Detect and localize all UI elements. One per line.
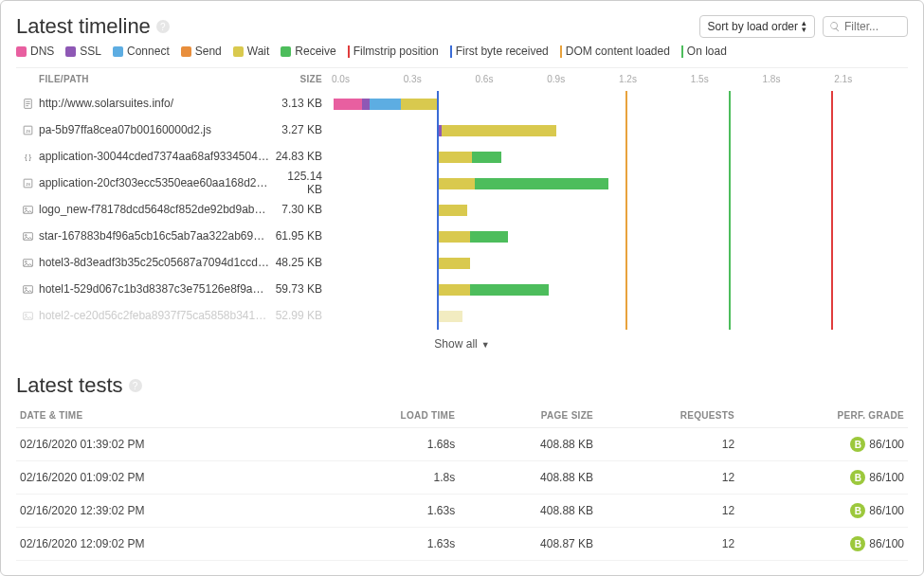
send-swatch bbox=[181, 46, 191, 57]
waterfall-bar[interactable] bbox=[439, 152, 501, 163]
grade-badge: B bbox=[850, 470, 865, 485]
svg-point-11 bbox=[25, 261, 27, 263]
wait-segment bbox=[401, 99, 437, 110]
img-icon bbox=[20, 282, 35, 296]
sort-label: Sort by load order bbox=[708, 20, 798, 33]
file-header[interactable]: FILE/PATH bbox=[20, 74, 269, 84]
legend-label: On load bbox=[687, 45, 727, 58]
file-path: application-30044cded7374aa68af9334504e6… bbox=[39, 150, 269, 163]
time-tick: 0.3s bbox=[404, 74, 422, 84]
col-size[interactable]: PAGE SIZE bbox=[459, 404, 597, 428]
timeline-row[interactable]: { }application-30044cded7374aa68af933450… bbox=[16, 143, 334, 170]
test-row[interactable]: 02/16/2020 01:09:02 PM1.8s408.88 KB12B86… bbox=[16, 461, 908, 495]
help-icon[interactable]: ? bbox=[129, 379, 142, 392]
svg-text:{ }: { } bbox=[24, 153, 31, 161]
test-row[interactable]: 02/16/2020 01:39:02 PM1.68s408.88 KB12B8… bbox=[16, 428, 908, 461]
col-date[interactable]: DATE & TIME bbox=[16, 404, 317, 428]
show-all-button[interactable]: Show all▼ bbox=[16, 330, 908, 356]
onload-marker-icon bbox=[681, 45, 683, 58]
svg-text:JS: JS bbox=[25, 129, 29, 134]
col-grade[interactable]: PERF. GRADE bbox=[738, 404, 908, 428]
waterfall-row bbox=[334, 250, 908, 277]
test-load: 1.63s bbox=[317, 495, 460, 528]
timeline-row[interactable]: JSpa-5b97ffa8cea07b00160000d2.js3.27 KB bbox=[16, 117, 334, 143]
time-tick: 1.5s bbox=[691, 74, 709, 84]
test-grade: B86/100 bbox=[738, 495, 908, 528]
timeline-row[interactable]: logo_new-f78178dcd5648cf852de92bd9ab7c68… bbox=[16, 196, 334, 223]
waterfall-bar[interactable] bbox=[439, 205, 467, 216]
doc-icon bbox=[20, 97, 35, 110]
wait-segment bbox=[439, 311, 462, 322]
domloaded-marker-icon bbox=[560, 45, 562, 58]
svg-point-9 bbox=[25, 235, 27, 237]
receive-segment bbox=[472, 152, 500, 163]
timeline-row[interactable]: hotel2-ce20d56c2feba8937f75ca5858b3410c7… bbox=[16, 302, 334, 329]
waterfall-bar[interactable] bbox=[439, 178, 608, 189]
svg-point-7 bbox=[25, 208, 27, 210]
file-path: http://www.solarsuites.info/ bbox=[39, 97, 269, 110]
file-size: 3.13 KB bbox=[269, 97, 330, 110]
wait-segment bbox=[439, 258, 470, 269]
wait-segment bbox=[439, 205, 467, 216]
test-date: 02/16/2020 12:39:02 PM bbox=[16, 495, 317, 528]
file-size: 24.83 KB bbox=[269, 150, 330, 163]
col-requests[interactable]: REQUESTS bbox=[597, 404, 738, 428]
time-tick: 1.2s bbox=[619, 74, 637, 84]
legend-label: Wait bbox=[247, 45, 270, 58]
test-requests: 12 bbox=[597, 528, 738, 561]
file-path: pa-5b97ffa8cea07b00160000d2.js bbox=[39, 123, 269, 136]
timeline-row[interactable]: JSapplication-20cf303ecc5350eae60aa168d2… bbox=[16, 170, 334, 196]
waterfall-bar[interactable] bbox=[334, 99, 437, 110]
test-row[interactable]: 02/16/2020 12:39:02 PM1.63s408.88 KB12B8… bbox=[16, 495, 908, 528]
filter-input[interactable] bbox=[844, 20, 901, 33]
tests-title: Latest tests bbox=[16, 373, 123, 398]
filter-input-wrap[interactable] bbox=[823, 16, 908, 37]
test-grade: B86/100 bbox=[738, 461, 908, 495]
svg-point-15 bbox=[25, 315, 27, 316]
ssl-swatch bbox=[65, 46, 76, 57]
img-icon bbox=[20, 229, 35, 243]
legend-label: SSL bbox=[80, 45, 101, 58]
wait-swatch bbox=[233, 46, 244, 57]
timeline-row[interactable]: star-167883b4f96a5cb16c5ab7aa322ab69af0f… bbox=[16, 223, 334, 249]
waterfall-row bbox=[334, 224, 908, 250]
waterfall-bar[interactable] bbox=[439, 231, 508, 243]
receive-segment bbox=[475, 178, 608, 189]
waterfall-bar[interactable] bbox=[439, 258, 470, 269]
onload-marker bbox=[729, 91, 731, 330]
domloaded-marker bbox=[625, 91, 627, 330]
file-path: hotel1-529d067c1b3d8387c3e75126e8f9a73e3… bbox=[39, 282, 269, 296]
sort-select[interactable]: Sort by load order ▴▾ bbox=[699, 15, 815, 38]
waterfall-row bbox=[334, 197, 908, 224]
grade-score: 86/100 bbox=[869, 471, 904, 484]
time-tick: 0.6s bbox=[476, 74, 494, 84]
ssl-segment bbox=[362, 99, 370, 110]
test-date: 02/16/2020 01:09:02 PM bbox=[16, 461, 317, 495]
file-path: logo_new-f78178dcd5648cf852de92bd9ab7c68… bbox=[39, 203, 269, 216]
wait-segment bbox=[439, 178, 475, 189]
timeline-row[interactable]: http://www.solarsuites.info/3.13 KB bbox=[16, 90, 334, 117]
waterfall-bar[interactable] bbox=[439, 311, 462, 322]
file-size: 125.14 KB bbox=[269, 170, 330, 196]
search-icon bbox=[829, 21, 841, 32]
timeline-row[interactable]: hotel3-8d3eadf3b35c25c05687a7094d1ccd0c8… bbox=[16, 249, 334, 276]
tests-table: DATE & TIME LOAD TIME PAGE SIZE REQUESTS… bbox=[16, 404, 908, 561]
col-load[interactable]: LOAD TIME bbox=[317, 404, 460, 428]
waterfall-row bbox=[334, 91, 908, 117]
test-size: 408.88 KB bbox=[459, 495, 597, 528]
file-path: star-167883b4f96a5cb16c5ab7aa322ab69af0f… bbox=[39, 229, 269, 243]
legend-label: Filmstrip position bbox=[353, 45, 439, 58]
size-header[interactable]: SIZE bbox=[269, 74, 330, 84]
svg-point-13 bbox=[25, 288, 27, 290]
wait-segment bbox=[442, 125, 556, 136]
file-size: 48.25 KB bbox=[269, 256, 330, 269]
timeline-row[interactable]: hotel1-529d067c1b3d8387c3e75126e8f9a73e3… bbox=[16, 276, 334, 302]
help-icon[interactable]: ? bbox=[156, 20, 170, 33]
test-row[interactable]: 02/16/2020 12:09:02 PM1.63s408.87 KB12B8… bbox=[16, 528, 908, 561]
waterfall-bar[interactable] bbox=[439, 284, 549, 296]
file-path: hotel2-ce20d56c2feba8937f75ca5858b3410c7… bbox=[39, 309, 269, 322]
waterfall-bar[interactable] bbox=[437, 125, 556, 136]
test-date: 02/16/2020 01:39:02 PM bbox=[16, 428, 317, 461]
test-requests: 12 bbox=[597, 428, 738, 461]
legend-label: DOM content loaded bbox=[566, 45, 670, 58]
